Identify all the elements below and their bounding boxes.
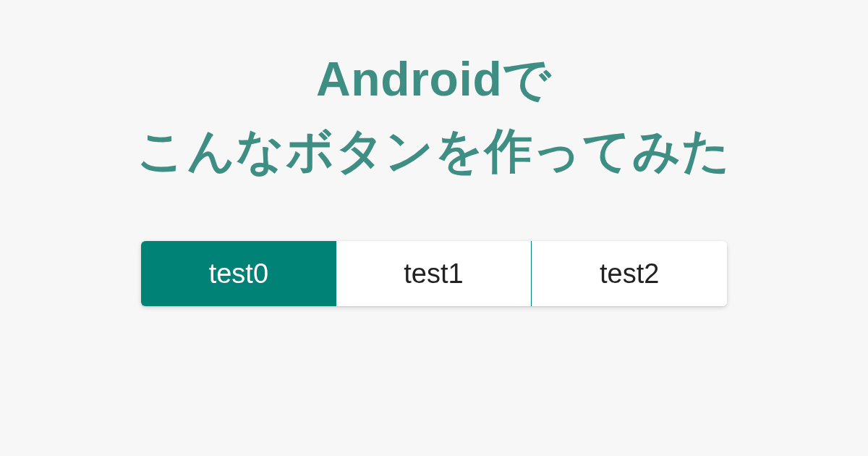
page-title: Androidで こんなボタンを作ってみた	[137, 43, 731, 187]
segment-button-1[interactable]: test1	[336, 241, 532, 306]
segment-button-0[interactable]: test0	[141, 241, 336, 306]
title-line-1: Androidで	[316, 52, 552, 106]
segment-label: test0	[209, 258, 268, 290]
title-line-2: こんなボタンを作ってみた	[137, 124, 731, 177]
segment-button-2[interactable]: test2	[532, 241, 727, 306]
segment-label: test2	[600, 258, 659, 290]
segmented-control: test0 test1 test2	[141, 241, 727, 306]
segment-label: test1	[404, 258, 463, 290]
